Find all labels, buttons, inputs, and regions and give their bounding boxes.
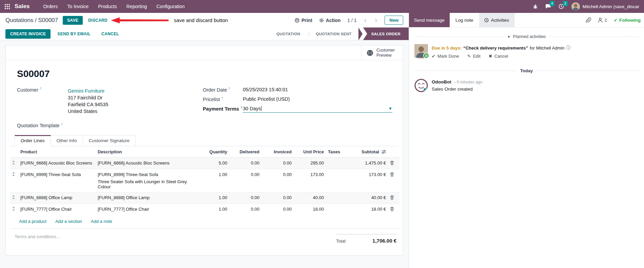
product-cell[interactable]: [FURN_8999] Three-Seat Sofa <box>18 169 96 192</box>
quantity-cell[interactable]: 1.00 <box>199 204 229 215</box>
help-icon[interactable]: ? <box>61 122 63 126</box>
delivered-cell[interactable]: 0.00 <box>229 204 261 215</box>
invoiced-column-header[interactable]: Invoiced <box>261 146 294 158</box>
product-cell[interactable]: [FURN_7777] Office Chair <box>18 204 96 215</box>
edit-activity-button[interactable]: ✎Edit <box>467 54 480 59</box>
help-icon[interactable]: ? <box>40 87 41 90</box>
help-icon[interactable]: ? <box>221 96 223 100</box>
cancel-activity-button[interactable]: ✖Cancel <box>489 54 508 59</box>
apps-grid-icon[interactable] <box>5 4 10 9</box>
tab-order-lines[interactable]: Order Lines <box>15 135 51 146</box>
taxes-cell[interactable] <box>326 204 349 215</box>
help-icon[interactable]: ? <box>240 106 242 109</box>
description-cell[interactable]: [FURN_7777] Office Chair <box>96 204 199 215</box>
quantity-cell[interactable]: 5.00 <box>199 157 229 169</box>
mark-done-button[interactable]: ✔Mark Done <box>432 54 459 59</box>
pager-next-icon[interactable]: › <box>374 17 378 24</box>
log-note-button[interactable]: Log note <box>450 13 479 27</box>
order-date-value[interactable]: 05/25/2023 15:40:01 <box>243 87 288 92</box>
product-cell[interactable]: [FURN_6666] Acoustic Bloc Screens <box>18 157 96 169</box>
save-button[interactable]: SAVE <box>63 16 83 25</box>
delivered-cell[interactable]: 0.00 <box>229 192 261 204</box>
planned-activities-toggle[interactable]: ▼ Planned activities <box>507 34 546 39</box>
delete-row-icon[interactable] <box>390 195 394 200</box>
taxes-column-header[interactable]: Taxes <box>326 146 349 158</box>
tab-other-info[interactable]: Other Info <box>51 135 83 146</box>
product-cell[interactable]: [FURN_8888] Office Lamp <box>18 192 96 204</box>
pricelist-value[interactable]: Public Pricelist (USD) <box>243 96 290 102</box>
info-icon[interactable]: ⓘ <box>566 45 570 51</box>
menu-products[interactable]: Products <box>94 1 121 12</box>
stage-quotation[interactable]: QUOTATION <box>270 27 307 40</box>
quantity-column-header[interactable]: Quantity <box>199 146 229 158</box>
breadcrumb-parent[interactable]: Quotations <box>5 17 33 23</box>
customer-name-link[interactable]: Gemini Furniture <box>68 88 108 94</box>
unit-price-cell[interactable]: 40.00 <box>294 192 326 204</box>
description-cell[interactable]: [FURN_8888] Office Lamp <box>96 192 199 204</box>
invoiced-cell[interactable]: 0.00 <box>261 157 294 169</box>
send-message-button[interactable]: Send message <box>409 13 450 27</box>
customer-preview-button[interactable]: Customer Preview <box>362 45 403 60</box>
unit-price-cell[interactable]: 18.00 <box>294 204 326 215</box>
delete-row-icon[interactable] <box>390 160 394 165</box>
table-row[interactable]: [FURN_7777] Office Chair [FURN_7777] Off… <box>10 204 399 215</box>
tab-customer-signature[interactable]: Customer Signature <box>83 135 136 146</box>
menu-configuration[interactable]: Configuration <box>152 1 189 12</box>
bug-icon[interactable] <box>533 4 538 9</box>
table-row[interactable]: [FURN_8888] Office Lamp [FURN_8888] Offi… <box>10 192 399 204</box>
messages-icon[interactable]: 4 <box>545 4 551 9</box>
menu-orders[interactable]: Orders <box>39 1 62 12</box>
new-button[interactable]: New <box>385 16 403 25</box>
quantity-cell[interactable]: 1.00 <box>199 192 229 204</box>
drag-handle-icon[interactable] <box>12 195 15 199</box>
followers-button[interactable]: 2 <box>598 18 607 23</box>
invoiced-cell[interactable]: 0.00 <box>261 169 294 192</box>
add-section-link[interactable]: Add a section <box>55 219 82 224</box>
activities-clock-icon[interactable]: 2 <box>559 4 564 9</box>
dropdown-caret-icon[interactable]: ▼ <box>388 106 392 111</box>
unit-price-column-header[interactable]: Unit Price <box>294 146 326 158</box>
following-button[interactable]: ✔ Following <box>614 17 641 23</box>
taxes-cell[interactable] <box>326 169 349 192</box>
user-menu[interactable]: Mitchell Admin (save_discar <box>571 2 639 11</box>
create-invoice-button[interactable]: CREATE INVOICE <box>5 29 51 39</box>
optional-columns-icon[interactable] <box>382 150 386 154</box>
description-column-header[interactable]: Description <box>96 146 199 158</box>
unit-price-cell[interactable]: 295.00 <box>294 157 326 169</box>
menu-reporting[interactable]: Reporting <box>122 1 151 12</box>
menu-to-invoice[interactable]: To Invoice <box>63 1 93 12</box>
quantity-cell[interactable]: 1.00 <box>199 169 229 192</box>
delivered-cell[interactable]: 0.00 <box>229 157 261 169</box>
activities-button[interactable]: Activities <box>479 13 514 27</box>
drag-handle-icon[interactable] <box>12 172 15 176</box>
stage-quotation-sent[interactable]: QUOTATION SENT <box>309 27 358 40</box>
help-icon[interactable]: ? <box>229 87 230 90</box>
delivered-cell[interactable]: 0.00 <box>229 169 261 192</box>
invoiced-cell[interactable]: 0.00 <box>261 204 294 215</box>
add-product-link[interactable]: Add a product <box>19 219 46 224</box>
action-button[interactable]: Action <box>319 18 341 23</box>
discard-button[interactable]: DISCARD <box>88 18 108 23</box>
add-note-link[interactable]: Add a note <box>91 219 112 224</box>
terms-placeholder[interactable]: Terms and conditions... <box>15 234 60 244</box>
message-author[interactable]: OdooBot <box>432 79 451 84</box>
send-by-email-button[interactable]: SEND BY EMAIL <box>53 29 95 39</box>
delivered-column-header[interactable]: Delivered <box>229 146 261 158</box>
pager-previous-icon[interactable]: ‹ <box>364 17 367 24</box>
drag-handle-icon[interactable] <box>12 207 15 211</box>
payment-terms-input[interactable]: 30 Days ▼ <box>243 106 392 113</box>
attachment-icon[interactable] <box>586 17 591 23</box>
table-row[interactable]: [FURN_8999] Three-Seat Sofa [FURN_8999] … <box>10 169 399 192</box>
app-name[interactable]: Sales <box>15 3 30 10</box>
table-row[interactable]: [FURN_6666] Acoustic Bloc Screens [FURN_… <box>10 157 399 169</box>
description-cell[interactable]: [FURN_8999] Three-Seat SofaThree Seater … <box>96 169 199 192</box>
taxes-cell[interactable] <box>326 157 349 169</box>
delete-row-icon[interactable] <box>390 207 394 211</box>
taxes-cell[interactable] <box>326 192 349 204</box>
invoiced-cell[interactable]: 0.00 <box>261 192 294 204</box>
drag-handle-icon[interactable] <box>12 160 15 165</box>
product-column-header[interactable]: Product <box>18 146 96 158</box>
stage-sales-order[interactable]: SALES ORDER <box>363 27 409 40</box>
delete-row-icon[interactable] <box>390 172 394 177</box>
print-button[interactable]: Print <box>295 18 312 23</box>
